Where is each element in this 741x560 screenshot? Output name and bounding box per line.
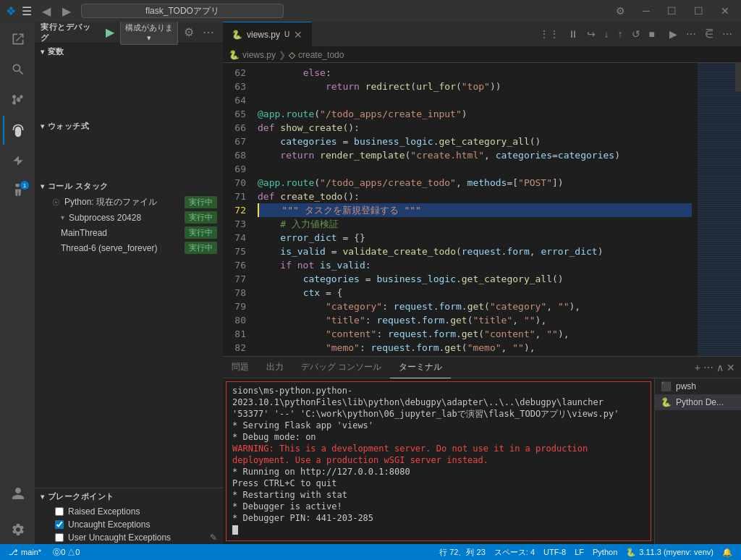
- status-position[interactable]: 行 72、列 23: [436, 547, 488, 558]
- terminal-line-8: * Debugger PIN: 441-203-285: [232, 512, 645, 524]
- debug-step-into-button[interactable]: ↓: [601, 27, 612, 41]
- panel-tab-actions: + ⋯ ∧ ✕: [689, 362, 741, 373]
- status-branch[interactable]: ⎇ main*: [6, 548, 44, 557]
- activity-item-search[interactable]: [3, 55, 32, 84]
- status-notifications[interactable]: 🔔: [719, 547, 735, 558]
- line-num-77: 77: [229, 272, 246, 286]
- customize-layout-button[interactable]: ⋶: [702, 27, 716, 41]
- code-area: 62 63 64 65 66 67 68 69 70 71 72 73 74 7…: [223, 63, 741, 356]
- tab-views-py[interactable]: 🐍 views.py U ✕: [223, 22, 312, 47]
- editor-area: 🐍 views.py U ✕ ⋮⋮ ⏸ ↪ ↓ ↑ ↺ ■ ▶ ⋯ ⋶ ⋯: [223, 22, 741, 544]
- more-actions-button[interactable]: ⋯: [683, 27, 699, 41]
- callstack-subprocess-item[interactable]: ▾ Subprocess 20428 実行中: [35, 210, 223, 225]
- watch-section: ▾ ウォッチ式: [35, 118, 223, 135]
- line-num-71: 71: [229, 190, 246, 203]
- callstack-mainthread-item[interactable]: MainThread 実行中: [35, 225, 223, 240]
- callstack-python-badge: 実行中: [185, 196, 217, 208]
- status-language[interactable]: Python: [590, 547, 620, 558]
- nav-forward-button[interactable]: ▶: [58, 3, 75, 20]
- breadcrumb-function[interactable]: create_todo: [298, 50, 344, 60]
- breakpoint-uncaught-checkbox[interactable]: [55, 520, 64, 529]
- activity-item-explorer[interactable]: [3, 25, 32, 54]
- panel-tab-problems[interactable]: 問題: [223, 357, 258, 378]
- debug-restart-button[interactable]: ↺: [629, 27, 643, 41]
- breakpoint-user-uncaught-item[interactable]: User Uncaught Exceptions ✎: [35, 531, 223, 544]
- debug-run-button[interactable]: ▶: [103, 24, 117, 41]
- terminal-line-4: * Running on http://127.0.0.1:8080: [232, 466, 645, 478]
- new-terminal-button[interactable]: +: [695, 362, 700, 373]
- terminal-instances-panel: ⬛ pwsh 🐍 Python De...: [654, 378, 741, 544]
- panel-tab-terminal[interactable]: ターミナル: [390, 357, 451, 378]
- settings-icon[interactable]: ⚙: [610, 4, 631, 18]
- win-max-button[interactable]: ☐: [688, 4, 709, 18]
- activity-item-extensions[interactable]: [3, 146, 32, 175]
- menu-icon[interactable]: ☰: [22, 4, 32, 18]
- code-content[interactable]: else: return redirect(url_for("top")) @a…: [252, 63, 698, 356]
- activity-item-account[interactable]: [3, 479, 32, 508]
- breadcrumb-file[interactable]: views.py: [242, 50, 276, 60]
- global-search-input[interactable]: [81, 4, 284, 18]
- watch-header[interactable]: ▾ ウォッチ式: [35, 118, 223, 135]
- line-num-67: 67: [229, 135, 246, 148]
- debug-config-dropdown[interactable]: 構成がありま ▾: [120, 22, 178, 45]
- activity-item-scm[interactable]: [3, 85, 32, 114]
- callstack-header[interactable]: ▾ コール スタック: [35, 178, 223, 195]
- breakpoint-user-uncaught-checkbox[interactable]: [55, 533, 64, 542]
- bottom-panel: 問題 出力 デバッグ コンソール ターミナル + ⋯ ∧ ✕ sions\ms-…: [223, 356, 741, 544]
- variables-header[interactable]: ▾ 変数: [35, 43, 223, 60]
- split-editor-button[interactable]: ⋮⋮: [536, 27, 562, 41]
- close-panel-button[interactable]: ⋯: [719, 27, 735, 41]
- status-line-ending[interactable]: LF: [572, 547, 587, 558]
- debug-step-out-button[interactable]: ↑: [615, 27, 626, 41]
- debug-stop-button[interactable]: ■: [646, 27, 658, 41]
- tab-icon: 🐍: [232, 30, 242, 40]
- panel-close-button[interactable]: ✕: [727, 362, 735, 373]
- panel-tab-output[interactable]: 出力: [258, 357, 292, 378]
- terminal-line-7: * Debugger is active!: [232, 501, 645, 512]
- breakpoint-raised-label: Raised Exceptions: [68, 506, 217, 517]
- breakpoint-raised-checkbox[interactable]: [55, 507, 64, 516]
- callstack-section: ▾ コール スタック ☉ Python: 現在のファイル 実行中 ▾ Subpr…: [35, 178, 223, 488]
- win-restore-button[interactable]: ☐: [661, 4, 682, 18]
- code-line-64: [258, 93, 692, 107]
- terminal-python-icon: 🐍: [661, 397, 672, 407]
- status-python-version[interactable]: 🐍 3.11.3 (myenv: venv): [623, 547, 716, 558]
- debug-pause-button[interactable]: ⏸: [565, 27, 581, 41]
- tab-close-button[interactable]: ✕: [294, 29, 302, 41]
- panel-tab-debug-console[interactable]: デバッグ コンソール: [292, 357, 390, 378]
- breakpoints-section: ▾ ブレークポイント Raised Exceptions Uncaught Ex…: [35, 488, 223, 544]
- code-line-77: categories = business_logic.get_category…: [258, 272, 692, 286]
- callstack-thread6-item[interactable]: Thread-6 (serve_forever) 実行中: [35, 240, 223, 255]
- line-num-64: 64: [229, 93, 246, 107]
- callstack-label: コール スタック: [48, 181, 109, 192]
- status-encoding[interactable]: UTF-8: [541, 547, 569, 558]
- terminal-pwsh-icon: ⬛: [661, 381, 672, 391]
- status-right: 行 72、列 23 スペース: 4 UTF-8 LF Python 🐍 3.11…: [436, 547, 735, 558]
- terminal-output[interactable]: sions\ms-python.python-2023.10.1\pythonF…: [226, 381, 651, 541]
- breakpoint-raised-item[interactable]: Raised Exceptions: [35, 505, 223, 518]
- terminal-more-button[interactable]: ⋯: [703, 362, 714, 373]
- breakpoint-uncaught-item[interactable]: Uncaught Exceptions: [35, 518, 223, 531]
- terminal-python-item[interactable]: 🐍 Python De...: [655, 394, 741, 410]
- activity-item-debug[interactable]: [3, 116, 32, 145]
- nav-back-button[interactable]: ◀: [38, 3, 55, 20]
- line-num-80: 80: [229, 313, 246, 327]
- win-min-button[interactable]: ─: [637, 4, 656, 18]
- activity-item-settings[interactable]: [3, 515, 32, 544]
- watch-chevron: ▾: [41, 122, 45, 130]
- panel-maximize-button[interactable]: ∧: [716, 362, 724, 373]
- status-spaces[interactable]: スペース: 4: [491, 547, 538, 558]
- debug-step-over-button[interactable]: ↪: [584, 27, 598, 41]
- callstack-python-item[interactable]: ☉ Python: 現在のファイル 実行中: [35, 195, 223, 210]
- run-button[interactable]: ▶: [666, 27, 680, 41]
- status-encoding-label: UTF-8: [543, 548, 566, 556]
- callstack-thread6-badge: 実行中: [185, 242, 217, 254]
- breakpoints-header[interactable]: ▾ ブレークポイント: [35, 488, 223, 505]
- code-line-74: error_dict = {}: [258, 231, 692, 245]
- terminal-pwsh-item[interactable]: ⬛ pwsh: [655, 378, 741, 394]
- win-close-button[interactable]: ✕: [715, 4, 735, 18]
- debug-more-button[interactable]: ⋯: [200, 24, 217, 41]
- status-errors[interactable]: ⓪0 △0: [50, 547, 82, 558]
- activity-item-test[interactable]: 1: [3, 177, 32, 205]
- debug-settings-button[interactable]: ⚙: [181, 24, 197, 41]
